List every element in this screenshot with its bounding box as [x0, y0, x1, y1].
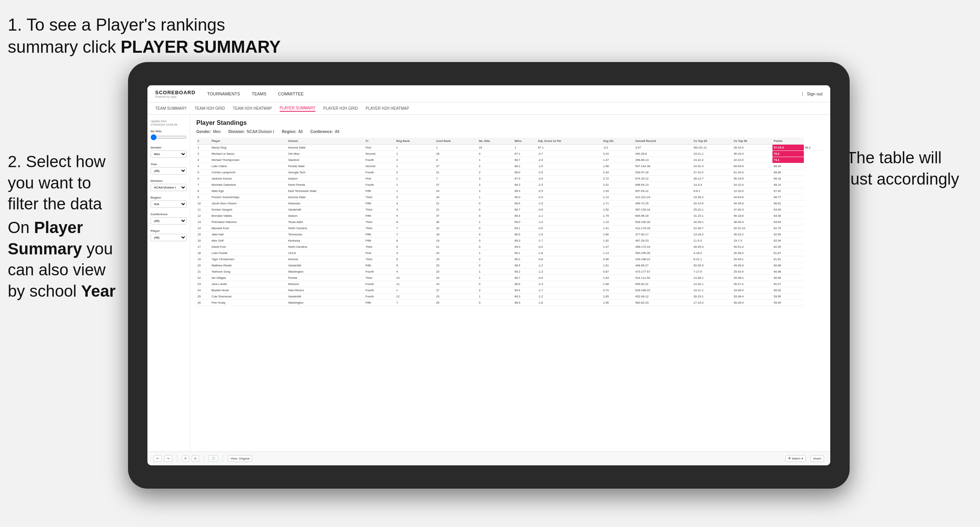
annotation-1: 1. To see a Player's rankings summary cl… [8, 14, 310, 58]
table-cell: 24 [435, 281, 478, 287]
table-cell: 0 [478, 263, 513, 269]
conference-section: Conference (All) [151, 213, 187, 225]
clock-btn[interactable]: 🕐 [209, 455, 218, 462]
table-cell: 12-16-3 [732, 188, 772, 194]
table-cell: 37 [435, 213, 478, 219]
table-cell: 88.2 [804, 145, 824, 151]
table-cell: 7 [435, 176, 478, 182]
table-row: 22Ian GilliganFloridaThird1024168.7-0.91… [196, 275, 824, 281]
table-cell: 11-5-3 [693, 238, 732, 244]
filter-conf-label: Conference: [310, 130, 333, 134]
region-section: Region N/A [151, 196, 187, 208]
table-cell: 7 [395, 225, 435, 232]
nav-teams[interactable]: TEAMS [252, 91, 267, 97]
no-rds-slider[interactable] [151, 134, 187, 140]
table-cell: Brendan Valdes [210, 213, 287, 219]
table-cell: Tiger Christensen [210, 256, 287, 263]
table-cell: Fourth [364, 294, 395, 300]
table-cell: 1.68 [602, 281, 634, 287]
table-cell: 12 [395, 294, 435, 300]
year-select[interactable]: (All) [151, 167, 187, 175]
table-row: 23Jack LundinMissouriFourth1124068.6-2.3… [196, 281, 824, 287]
table-row: 15Jake HallTennesseeFifth718068.5-1.51.6… [196, 232, 824, 238]
table-cell: 68.14 [772, 182, 804, 188]
watch-btn[interactable]: 👁 Watch ▾ [785, 455, 806, 462]
gender-section: Gender Men [151, 146, 187, 158]
table-cell: Cole Sherwood [210, 294, 287, 300]
table-cell: 14-20-1 [693, 281, 732, 287]
nav-bar: SCOREBOARD Powered by clippi TOURNAMENTS… [147, 85, 830, 102]
table-cell: 68.3 [513, 238, 537, 244]
player-standings-table: # Player School Yr Reg Rank Conf Rank No… [196, 138, 824, 306]
table-cell: Third [364, 219, 395, 225]
sub-nav-player-h2h-heatmap[interactable]: PLAYER H2H HEATMAP [366, 105, 409, 111]
col-vs-top25: Vs Top 25 [693, 138, 732, 145]
division-select[interactable]: NCAA Division I [151, 184, 187, 191]
table-cell: First [364, 145, 395, 151]
table-cell: Fifth [364, 232, 395, 238]
col-rank: # [196, 138, 210, 145]
filter-division: Division: NCAA Division I [229, 130, 274, 134]
nav-tournaments[interactable]: TOURNAMENTS [207, 91, 240, 97]
table-cell: Arizona State [287, 194, 364, 200]
table-cell: 674-33-12 [634, 176, 692, 182]
table-cell: 429-198-22 [634, 256, 692, 263]
conference-select[interactable]: (All) [151, 217, 187, 225]
table-cell: -1.1 [537, 213, 602, 219]
conference-label: Conference [151, 213, 187, 216]
table-cell: 27 [435, 163, 478, 169]
table-row: 25Cole SherwoodVanderbiltFourth1223169.3… [196, 294, 824, 300]
sub-nav-team-summary[interactable]: TEAM SUMMARY [155, 105, 187, 111]
table-cell: 18 [435, 151, 478, 157]
filter-conf-val: All [335, 130, 339, 134]
nav-committee[interactable]: COMMITTEE [278, 91, 304, 97]
table-cell: 3.07 [634, 145, 692, 151]
table-cell: 412-221-24 [634, 194, 692, 200]
sign-out-link[interactable]: Sign out [807, 91, 822, 97]
table-cell: 8 [435, 157, 478, 163]
table-cell: 24 [196, 287, 210, 294]
gender-select[interactable]: Men [151, 150, 187, 158]
table-cell: Jackson Koivun [210, 176, 287, 182]
undo-btn[interactable]: ↩ [154, 455, 162, 462]
redo-btn[interactable]: ↪ [164, 455, 172, 462]
paste-btn[interactable]: ⎗ [192, 455, 199, 462]
table-row: 14Maxwell FordNorth CarolinaThird722069.… [196, 225, 824, 232]
sub-nav-team-h2h-heatmap[interactable]: TEAM H2H HEATMAP [233, 105, 272, 111]
gender-label: Gender [151, 146, 187, 149]
view-btn[interactable]: View: Original [228, 455, 252, 462]
table-cell: 68.18 [772, 176, 804, 182]
table-cell: 60.98 [772, 269, 804, 275]
ann4-b3: Year [81, 282, 116, 300]
table-cell: Luke Powell [210, 250, 287, 256]
table-cell: 17-14-2 [693, 300, 732, 306]
table-row: 8Mats EgeEast Tennessee StateFifth124268… [196, 188, 824, 194]
table-cell: First [364, 176, 395, 182]
filter-conference: Conference: All [310, 130, 339, 134]
table-cell: -2.0 [537, 176, 602, 182]
table-cell: 15 [196, 232, 210, 238]
table-cell: 1 [395, 145, 435, 151]
table-cell: Fourth [364, 281, 395, 287]
sub-nav-player-h2h-grid[interactable]: PLAYER H2H GRID [323, 105, 358, 111]
table-cell: 6 [395, 219, 435, 225]
table-cell: New Mexico [287, 287, 364, 294]
sub-nav-team-h2h-grid[interactable]: TEAM H2H GRID [195, 105, 225, 111]
table-cell: 1.93 [602, 188, 634, 194]
player-select[interactable]: (All) [151, 234, 187, 241]
table-cell: 60.02 [772, 287, 804, 294]
table-cell: 68.04 [772, 163, 804, 169]
region-select[interactable]: N/A [151, 200, 187, 208]
table-cell: 26-23-1 [693, 294, 732, 300]
table-cell: 78.2 [772, 151, 804, 157]
table-cell: 60.69 [772, 275, 804, 281]
table-cell: 68.4 [513, 200, 537, 207]
toolbar-sep3 [223, 455, 223, 463]
sub-nav-player-summary[interactable]: PLAYER SUMMARY [280, 105, 315, 112]
copy-btn[interactable]: ⎘ [182, 455, 189, 462]
table-cell: 21 [435, 207, 478, 213]
table-cell: 69.1 [513, 225, 537, 232]
table-cell: 0 [478, 207, 513, 213]
share-btn[interactable]: Share [810, 455, 824, 462]
table-cell: 20-29-1 [693, 219, 732, 225]
